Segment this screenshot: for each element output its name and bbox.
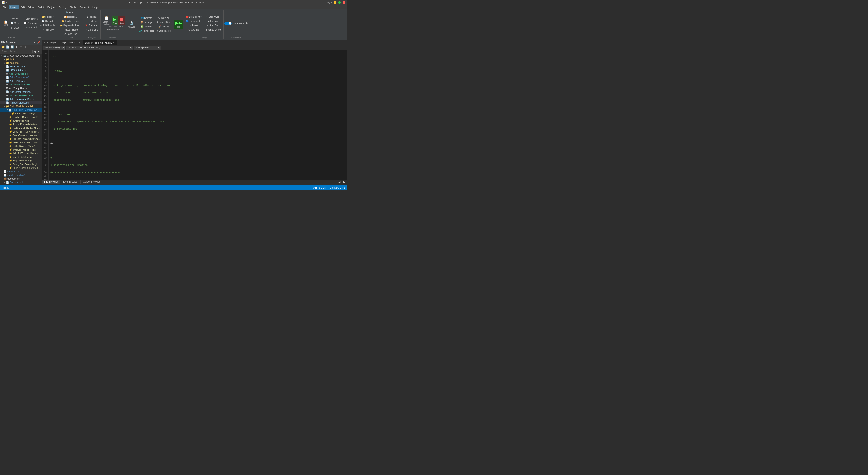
code-content[interactable]: <# .NOTES Code generated by: SAPIEN Tech… — [49, 50, 347, 180]
list-item[interactable]: ▼ 📁 Build Module.psbuild — [0, 105, 41, 108]
list-item[interactable]: 📄 AddTemplUser.vbs — [0, 90, 41, 94]
list-item[interactable]: ⚡ Update-JobTracker () — [0, 155, 41, 159]
bookmark-button[interactable]: 🔖 Bookmark — [84, 23, 100, 27]
search-input[interactable] — [1, 50, 33, 53]
menu-deploy[interactable]: Deploy — [57, 5, 68, 9]
cancel-build-button[interactable]: ✗ Cancel Build — [155, 20, 172, 24]
pester-test-button[interactable]: 🧪 Pester Test — [138, 29, 155, 33]
paste-button[interactable]: 📋 Paste — [2, 19, 9, 28]
list-item[interactable]: 📄 Add_EmployeeID.vbs — [0, 97, 41, 101]
tracepoint-button[interactable]: 🔵 Tracepoint ▾ — [185, 19, 203, 23]
erase-button[interactable]: 🗑 Erase — [10, 26, 20, 30]
list-item[interactable]: ⚙ Add4048User.exe — [0, 72, 41, 76]
step-over-button[interactable]: ↪ Step Over — [203, 15, 222, 19]
up-button[interactable]: ⬆ — [14, 45, 19, 49]
list-item[interactable]: ⚙ Add_EmployeeID.exe — [0, 94, 41, 97]
find-files-button[interactable]: 📂 Find in Files... — [59, 19, 82, 23]
breakpoint-button[interactable]: 🔴 Breakpoint ▾ — [185, 15, 203, 19]
run-button[interactable]: ▶ Run — [112, 16, 118, 25]
list-item[interactable]: ⚡ Build-ModuleCache -Module -Folders <st… — [0, 126, 41, 130]
tree-root[interactable]: ▼ 💻 C:\Users\Alex\Desktop\Scripts — [0, 54, 41, 57]
deploy-button[interactable]: 🚀 Deploy — [155, 24, 172, 29]
scope-dropdown[interactable]: (Global Scope) — [43, 46, 65, 50]
list-item[interactable]: ⚙ AddTemplUser.exe — [0, 83, 41, 86]
menu-edit[interactable]: Edit — [19, 5, 27, 9]
close-button[interactable] — [343, 1, 345, 4]
menu-connect[interactable]: Connect — [78, 5, 91, 9]
break-button[interactable]: ⏸ Break — [185, 23, 203, 27]
sign-script-button[interactable]: ✒ Sign script ▾ — [22, 17, 39, 21]
sidebar-close-button[interactable]: ✕ — [33, 40, 37, 44]
script-explorer-button[interactable]: 📋 ScriptExplorer — [101, 16, 112, 25]
stop-toolbar-button[interactable]: ⏹ Stop — [118, 16, 125, 25]
goto-line-nav-button[interactable]: ↗ Go to Line — [84, 28, 100, 32]
nav-dropdown[interactable]: (Navigation) — [134, 46, 161, 50]
code-editor[interactable]: 12345 678910 1112131415 1617181920 21222… — [42, 50, 347, 180]
refresh-button[interactable]: 🔄 — [10, 45, 14, 49]
menu-home[interactable]: Home — [8, 5, 19, 9]
list-item[interactable]: 📄 16017481.vbs — [0, 65, 41, 68]
list-item[interactable]: ⚡ Export-ModuleSelection -ModuleSelectio… — [0, 123, 41, 126]
step-out-button[interactable]: ↖ Step Out — [203, 23, 222, 27]
find-button[interactable]: 🔍 Find... — [59, 10, 82, 14]
comment-button[interactable]: 💬 Comment — [22, 21, 39, 25]
menu-help[interactable]: Help — [91, 5, 99, 9]
panel-prev-button[interactable]: ◀ — [337, 180, 341, 184]
tab-tools-browser[interactable]: Tools Browser — [60, 180, 81, 184]
list-item[interactable]: 📦 decode.msi — [0, 177, 41, 180]
list-item[interactable]: ⚡ Select-Parameters -parametersets -Neww… — [0, 141, 41, 144]
use-arguments-toggle[interactable]: Use Arguments — [224, 22, 248, 25]
list-item[interactable]: 📄 Add4048User.ps1 — [0, 76, 41, 79]
minimize-button[interactable] — [334, 1, 336, 4]
convert-button[interactable]: 🔄 Convert ▾ — [39, 19, 57, 23]
menu-project[interactable]: Project — [46, 5, 57, 9]
step-into-debug-button[interactable]: ↘ Step Into — [185, 28, 203, 32]
previous-button[interactable]: ◀ Previous — [84, 15, 100, 19]
tab-start-page[interactable]: Start Page — [42, 40, 58, 45]
new-file-button[interactable]: 📄 — [5, 45, 9, 49]
new-folder-button[interactable]: 📁 — [1, 45, 5, 49]
analyze-button[interactable]: 🔬 Analyze — [127, 20, 136, 29]
list-item[interactable]: 📄 ArgcountTest.vbs — [0, 101, 41, 105]
list-item[interactable]: 📄 CmdLetTest.ps1 — [0, 173, 41, 177]
list-item[interactable]: ▶ 📁 best me — [0, 61, 41, 65]
list-item[interactable]: 📄 5CODF64.vbs — [0, 68, 41, 72]
tab-build-module[interactable]: Build Module Cache.ps1 ✕ — [83, 40, 117, 45]
list-item[interactable]: ▼ 📄 Decode.ps1 — [0, 180, 41, 184]
go-button[interactable]: ▶▶ Go — [174, 20, 183, 29]
menu-view[interactable]: View — [27, 5, 36, 9]
edit-function-button[interactable]: ⚙ Edit Function — [39, 23, 57, 27]
replace-button[interactable]: 🔁 Replace... — [59, 15, 82, 19]
goto-line-button[interactable]: ↗ Go to Line — [59, 32, 82, 36]
list-item[interactable]: 🖼 AddTemplUser.ico — [0, 86, 41, 90]
list-item[interactable]: ⚡ buttonbuild_Click () — [0, 119, 41, 123]
tab-helpexport-close[interactable]: ✕ — [79, 41, 80, 43]
list-item[interactable]: ▶ 📁 .bat — [0, 57, 41, 61]
tab-file-browser[interactable]: File Browser — [42, 180, 60, 184]
list-item[interactable]: 📄 CmdLet.ps1 — [0, 170, 41, 173]
list-item[interactable]: ⚡ Form_Cleanup_FormClosed () — [0, 166, 41, 170]
run-to-cursor-button[interactable]: →| Run to Cursor — [203, 28, 222, 32]
custom-tool-button[interactable]: ⚙ Custom Tool — [155, 29, 172, 33]
step-into-button[interactable]: ↘ Step Into — [203, 19, 222, 23]
list-item[interactable]: ⚡ Write-File -Path <string> -Value <stri… — [0, 130, 41, 133]
tab-helpexport[interactable]: HelpExport.ps1 ✕ — [58, 40, 83, 45]
list-item[interactable]: ⚡ Add-JobTracker -Name <string> -JobScri… — [0, 152, 41, 155]
search-prev-button[interactable]: ◀ — [33, 50, 37, 54]
collapse-button[interactable]: ⊟ — [19, 45, 23, 49]
replace-files-button[interactable]: 📂 Replace in Files... — [59, 23, 82, 27]
menu-file[interactable]: File — [1, 5, 8, 9]
list-item[interactable]: ⚡ Stop-JobTracker () — [0, 159, 41, 162]
list-item[interactable]: 📄 Add4048User.vbs — [0, 79, 41, 83]
uncomment-button[interactable]: Uncomment — [22, 26, 39, 30]
list-item[interactable]: ⚡ Form_StateCorrection_Load () — [0, 162, 41, 166]
panel-next-button[interactable]: ▶ — [342, 180, 346, 184]
list-item[interactable]: ⚡ FormEvent_Load () — [0, 112, 41, 115]
list-item[interactable]: ⚡ buttonBrowse_Click () — [0, 144, 41, 148]
match-brace-button[interactable]: { Match Brace — [59, 28, 82, 32]
sidebar-pin-button[interactable]: 📌 — [37, 40, 41, 44]
remote-button[interactable]: 🌐 Remote — [138, 16, 155, 20]
last-edit-button[interactable]: ↩ Last Edit — [84, 19, 100, 23]
search-next-button[interactable]: ▶ — [37, 50, 41, 54]
list-item[interactable]: ⚡ Process-Syntax (System.Text.StringBuil… — [0, 137, 41, 141]
